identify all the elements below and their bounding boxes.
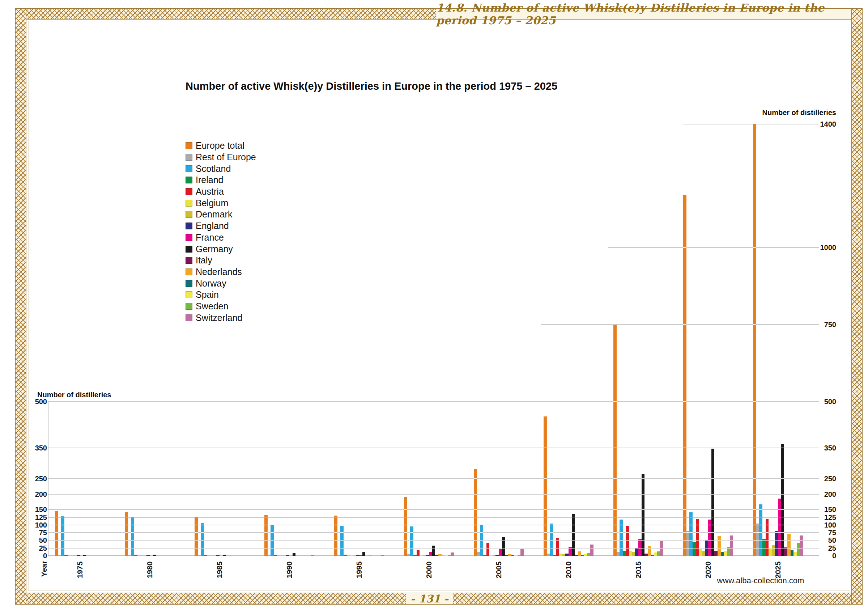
bar-gridline-stripe [131, 540, 134, 541]
y-label-right-250: 250 [800, 475, 836, 483]
legend-swatch-icon [186, 142, 192, 149]
y-label-right-0: 0 [800, 552, 836, 560]
bar-gridline-stripe [264, 532, 268, 533]
bar-gridline-stripe [778, 509, 781, 510]
bar-gridline-stripe [705, 540, 708, 541]
legend-label: Germany [196, 245, 233, 253]
bar-gridline-stripe [480, 540, 483, 541]
left-axis-title: Number of distilleries [37, 391, 112, 399]
gridline-500 [48, 401, 819, 402]
bar-nederlands-2020 [718, 536, 721, 556]
bar-switzerland-2020 [730, 535, 733, 556]
bar-gridline-stripe [683, 509, 687, 510]
y-label-left-0: 0 [11, 552, 47, 560]
bar-gridline-stripe [474, 494, 477, 494]
left-axis-line [48, 402, 48, 556]
bar-belgium-2010 [559, 553, 563, 556]
bar-austria-2000 [417, 550, 420, 556]
y-label-right-125: 125 [800, 513, 836, 521]
bar-gridline-stripe [781, 525, 784, 525]
bar-gridline-stripe [404, 517, 407, 518]
bar-gridline-stripe [778, 517, 781, 518]
bar-gridline-stripe [687, 532, 690, 533]
bar-gridline-stripe [781, 448, 784, 448]
bar-gridline-stripe [753, 509, 756, 510]
bar-rest-of-europe-1995 [338, 555, 341, 556]
bar-gridline-stripe [544, 494, 547, 494]
bar-sweden-2020 [727, 547, 730, 556]
bar-gridline-stripe [683, 532, 687, 533]
x-label-1990: 1990 [285, 544, 294, 595]
legend-swatch-icon [186, 234, 192, 241]
bar-gridline-stripe [778, 532, 781, 533]
y-label-left-125: 125 [11, 513, 47, 521]
bar-gridline-stripe [474, 525, 477, 525]
legend-item-sweden: Sweden [186, 301, 256, 312]
bar-ireland-1990 [274, 555, 277, 556]
bar-gridline-stripe [683, 401, 687, 402]
gridline-100 [48, 525, 819, 525]
bar-europe-total-1975 [55, 511, 58, 556]
bar-gridline-stripe [544, 532, 547, 533]
bar-ireland-2005 [483, 555, 487, 556]
bar-gridline-stripe [271, 540, 274, 541]
bar-gridline-stripe [696, 540, 699, 541]
gridline-75 [48, 532, 819, 533]
bar-ireland-2000 [413, 555, 417, 556]
bar-germany-2015 [642, 474, 645, 556]
bar-gridline-stripe [753, 478, 756, 479]
bar-gridline-stripe [787, 548, 790, 549]
inner-frame-hairline [28, 21, 850, 591]
bar-spain-2000 [445, 555, 448, 556]
bar-gridline-stripe [753, 532, 756, 533]
bar-germany-2025 [781, 444, 784, 556]
bar-gridline-stripe [766, 548, 769, 549]
bar-gridline-stripe [404, 509, 407, 510]
bar-gridline-stripe [683, 525, 687, 525]
bar-scotland-2000 [410, 527, 413, 556]
bar-gridline-stripe [410, 548, 413, 549]
bar-ireland-1985 [204, 555, 207, 556]
bar-gridline-stripe [683, 517, 687, 518]
gridline-200 [48, 494, 819, 494]
bar-europe-total-2005 [474, 469, 477, 556]
bar-italy-2005 [505, 555, 508, 556]
legend-item-belgium: Belgium [186, 197, 256, 209]
bar-gridline-stripe [708, 525, 711, 525]
bar-gridline-stripe [572, 525, 575, 525]
legend-swatch-icon [186, 154, 192, 161]
legend-item-norway: Norway [186, 278, 256, 289]
x-label-2000: 2000 [425, 544, 433, 595]
bar-gridline-stripe [340, 548, 344, 549]
bar-gridline-stripe [683, 247, 687, 248]
legend-label: France [196, 233, 224, 242]
bar-italy-2025 [784, 547, 787, 556]
bar-gridline-stripe [61, 532, 64, 533]
bar-gridline-stripe [195, 525, 198, 525]
bar-gridline-stripe [55, 525, 58, 525]
bar-italy-2020 [714, 551, 718, 556]
bar-rest-of-europe-2025 [756, 524, 760, 556]
bar-norway-2025 [790, 550, 794, 556]
bar-nederlands-1995 [369, 555, 372, 556]
bar-gridline-stripe [125, 540, 128, 541]
legend-label: Belgium [196, 199, 228, 208]
legend-swatch-icon [186, 257, 192, 264]
legend-label: Europe total [196, 141, 245, 150]
legend-swatch-icon [186, 188, 192, 195]
legend-item-switzerland: Switzerland [186, 312, 256, 323]
bar-scotland-1985 [201, 523, 204, 556]
bar-gridline-stripe [642, 525, 645, 525]
bar-spain-2010 [584, 554, 587, 556]
bar-gridline-stripe [683, 478, 687, 479]
bar-nederlands-2025 [787, 534, 790, 556]
bar-scotland-1990 [271, 525, 274, 556]
bar-norway-2015 [651, 555, 654, 556]
bar-gridline-stripe [502, 540, 505, 541]
bar-germany-2020 [711, 449, 715, 556]
y-label-right-50: 50 [800, 536, 836, 544]
bar-gridline-stripe [480, 548, 483, 549]
bar-switzerland-1995 [381, 555, 384, 556]
bar-gridline-stripe [474, 509, 477, 510]
bar-gridline-stripe [544, 540, 547, 541]
